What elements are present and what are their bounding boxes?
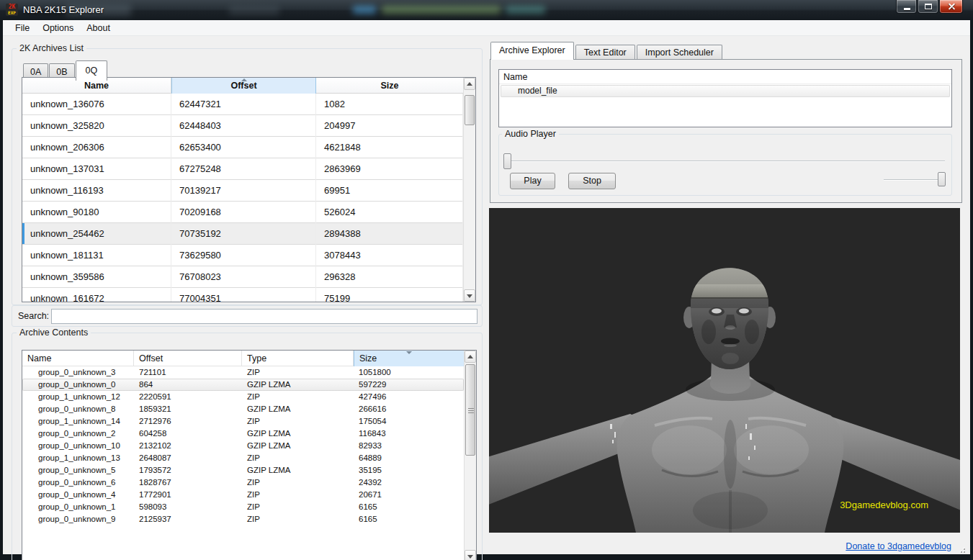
column-header-name[interactable]: Name <box>22 351 134 366</box>
contents-table: Name Offset Type Size group_0_unknown_3 … <box>22 350 477 560</box>
contents-group-label: Archive Contents <box>17 328 91 338</box>
table-row[interactable]: unknown_161672 77004351 75199 <box>22 288 463 302</box>
arrow-up-icon <box>467 355 473 358</box>
contents-scrollbar[interactable] <box>464 351 476 560</box>
menu-item[interactable]: Options <box>36 20 80 36</box>
scroll-down-button[interactable] <box>464 289 475 302</box>
table-row[interactable]: group_0_unknown_10 2132102 GZIP LZMA 829… <box>22 440 464 452</box>
explorer-tab[interactable]: Archive Explorer <box>490 42 574 60</box>
thumb-grip <box>468 410 474 411</box>
seek-slider-thumb[interactable] <box>503 153 511 169</box>
search-input[interactable] <box>51 309 477 324</box>
explorer-tab[interactable]: Text Editor <box>575 45 635 60</box>
arrow-down-icon <box>467 294 472 298</box>
model-list-items: model_file <box>499 85 951 97</box>
table-row[interactable]: unknown_359586 76708023 296328 <box>22 266 463 288</box>
table-row[interactable]: group_0_unknown_1 598093 ZIP 6165 <box>22 501 464 513</box>
menu-item[interactable]: About <box>80 20 117 36</box>
model-list-header: Name <box>499 70 951 84</box>
menu-item[interactable]: File <box>9 20 36 36</box>
scrollbar-thumb[interactable] <box>465 95 475 125</box>
player-model <box>489 208 960 533</box>
table-row[interactable]: group_0_unknown_0 864 GZIP LZMA 597229 <box>22 379 464 391</box>
volume-slider-thumb[interactable] <box>938 172 946 186</box>
archives-table-body: unknown_136076 62447321 1082 unknown_325… <box>22 94 463 302</box>
list-item[interactable]: model_file <box>501 85 950 97</box>
scroll-up-button[interactable] <box>465 351 476 363</box>
column-header-size[interactable]: Size <box>316 78 463 94</box>
archive-explorer-page: Name model_file Audio Player Play Stop <box>490 59 962 203</box>
maximize-button[interactable] <box>918 0 938 14</box>
menu-bar: FileOptionsAbout <box>3 20 970 36</box>
search-group: Search: <box>12 305 483 327</box>
table-row[interactable]: unknown_137031 67275248 2863969 <box>22 158 463 180</box>
table-row[interactable]: group_1_unknown_14 2712976 ZIP 175054 <box>22 415 464 428</box>
seek-slider-track[interactable] <box>506 161 945 162</box>
table-row[interactable]: unknown_90180 70209168 526024 <box>22 202 463 223</box>
table-row[interactable]: unknown_254462 70735192 2894388 <box>22 223 463 245</box>
table-row[interactable]: group_0_unknown_2 604258 GZIP LZMA 11684… <box>22 428 464 440</box>
model-viewport[interactable]: 3Dgamedevblog.com <box>489 208 960 533</box>
scroll-up-button[interactable] <box>464 78 475 90</box>
table-row[interactable]: unknown_181131 73629580 3078443 <box>22 245 463 266</box>
minimize-button[interactable] <box>896 0 917 14</box>
background-blur <box>506 6 545 14</box>
archives-scrollbar[interactable] <box>463 78 475 302</box>
table-row[interactable]: group_0_unknown_3 721101 ZIP 1051800 <box>22 366 464 379</box>
app-icon: 2K EXP <box>6 4 18 16</box>
table-row[interactable]: unknown_206306 62653400 4621848 <box>22 137 463 158</box>
sort-descending-icon <box>406 351 412 354</box>
archives-table: Name Offset Size unknown_136076 62447321… <box>22 77 476 302</box>
table-row[interactable]: unknown_325820 62448403 204997 <box>22 115 463 137</box>
table-row[interactable]: group_0_unknown_5 1793572 GZIP LZMA 3519… <box>22 464 464 477</box>
stop-button[interactable]: Stop <box>568 173 616 189</box>
table-row[interactable]: group_0_unknown_4 1772901 ZIP 20671 <box>22 489 464 501</box>
sort-ascending-icon <box>241 78 247 81</box>
table-row[interactable]: group_0_unknown_6 1828767 ZIP 24392 <box>22 477 464 489</box>
archives-group-label: 2K Archives List <box>17 43 86 53</box>
table-row[interactable]: group_1_unknown_12 2220591 ZIP 427496 <box>22 391 464 403</box>
table-row[interactable]: unknown_116193 70139217 69951 <box>22 180 463 202</box>
explorer-tabs: Archive ExplorerText EditorImport Schedu… <box>490 42 724 60</box>
contents-table-header: Name Offset Type Size <box>22 351 464 366</box>
watermark-text: 3Dgamedevblog.com <box>840 500 928 510</box>
resize-grip-icon[interactable] <box>956 544 966 554</box>
table-row[interactable]: group_1_unknown_13 2648087 ZIP 64889 <box>22 452 464 464</box>
audio-player-group: Audio Player Play Stop <box>498 134 952 196</box>
background-blur <box>229 5 279 15</box>
volume-slider-track[interactable] <box>884 179 941 181</box>
column-header-type[interactable]: Type <box>242 351 354 366</box>
window-frame: 2K EXP NBA 2K15 Explorer FileOptionsAbou… <box>0 0 973 560</box>
selection-bar <box>22 223 24 244</box>
maximize-icon <box>925 4 932 9</box>
background-blur <box>353 6 376 14</box>
search-label: Search: <box>18 311 49 321</box>
table-row[interactable]: group_0_unknown_9 2125937 ZIP 6165 <box>22 513 464 525</box>
title-bar[interactable]: 2K EXP NBA 2K15 Explorer <box>0 0 973 20</box>
minimize-icon <box>904 8 910 10</box>
close-button[interactable] <box>939 0 963 14</box>
table-row[interactable]: group_0_unknown_8 1859321 GZIP LZMA 2666… <box>22 403 464 415</box>
explorer-tab[interactable]: Import Scheduler <box>637 45 722 60</box>
arrow-up-icon <box>467 82 472 86</box>
window-controls <box>895 0 963 14</box>
background-blur <box>382 6 501 14</box>
play-button[interactable]: Play <box>510 173 555 189</box>
client-area: 2K Archives List 0A0B0Q Name Offset Size… <box>3 36 970 554</box>
model-list: Name model_file <box>498 69 952 127</box>
column-header-offset[interactable]: Offset <box>134 351 242 366</box>
column-header-offset[interactable]: Offset <box>171 78 316 94</box>
column-header-size[interactable]: Size <box>354 351 464 366</box>
scrollbar-thumb[interactable] <box>465 364 475 456</box>
scroll-down-button[interactable] <box>465 550 476 560</box>
window-title: NBA 2K15 Explorer <box>23 0 104 20</box>
arrow-down-icon <box>467 555 473 559</box>
contents-table-body: group_0_unknown_3 721101 ZIP 1051800 gro… <box>22 366 464 560</box>
audio-player-label: Audio Player <box>502 129 559 139</box>
table-row[interactable]: unknown_136076 62447321 1082 <box>22 94 463 115</box>
archive-tab[interactable]: 0Q <box>76 60 108 81</box>
donate-link[interactable]: Donate to 3dgamedevblog <box>846 541 951 551</box>
